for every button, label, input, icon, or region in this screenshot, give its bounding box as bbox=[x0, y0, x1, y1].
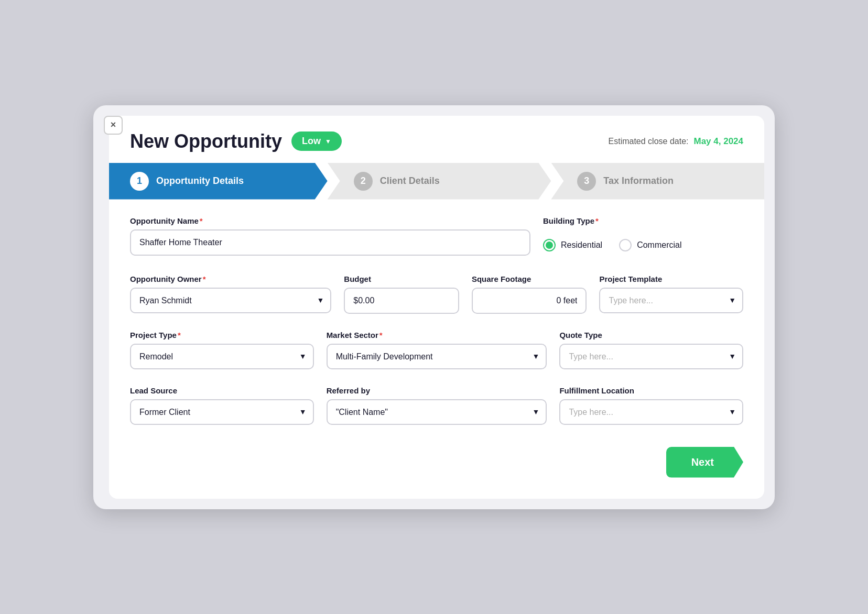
step-1[interactable]: 1 Opportunity Details bbox=[109, 163, 328, 200]
budget-input[interactable] bbox=[344, 288, 459, 314]
next-button[interactable]: Next bbox=[666, 447, 743, 478]
project-type-wrapper: Remodel ▼ bbox=[130, 344, 314, 369]
close-icon: × bbox=[111, 119, 116, 130]
step-3-number: 3 bbox=[577, 172, 596, 191]
step-2[interactable]: 2 Client Details bbox=[328, 163, 551, 200]
market-sector-group: Market Sector* Multi-Family Development … bbox=[327, 331, 547, 369]
opportunity-owner-wrapper: Ryan Schmidt ▼ bbox=[130, 288, 331, 313]
project-type-select[interactable]: Remodel bbox=[130, 344, 314, 369]
referred-by-wrapper: "Client Name" ▼ bbox=[327, 399, 547, 425]
step-2-label: Client Details bbox=[380, 176, 440, 187]
market-sector-select[interactable]: Multi-Family Development bbox=[327, 344, 547, 369]
budget-label: Budget bbox=[344, 275, 459, 283]
residential-radio-inner bbox=[546, 242, 553, 249]
project-template-group: Project Template Type here... ▼ bbox=[599, 275, 743, 314]
commercial-label: Commercial bbox=[637, 240, 681, 250]
step-3[interactable]: 3 Tax Information bbox=[551, 163, 764, 200]
opportunity-name-group: Opportunity Name* bbox=[130, 216, 530, 258]
form-row-4: Lead Source Former Client ▼ Referred by … bbox=[130, 386, 743, 425]
header-right: Estimated close date: May 4, 2024 bbox=[609, 136, 743, 147]
fulfillment-location-group: Fulfillment Location Type here... ▼ bbox=[559, 386, 743, 425]
opportunity-name-input[interactable] bbox=[130, 229, 530, 256]
form-area: Opportunity Name* Building Type* Residen… bbox=[109, 200, 764, 499]
modal-wrapper: × New Opportunity Low ▼ Estimated close … bbox=[93, 105, 775, 509]
lead-source-label: Lead Source bbox=[130, 386, 314, 395]
square-footage-group: Square Footage bbox=[472, 275, 587, 314]
square-footage-input[interactable] bbox=[472, 288, 587, 314]
form-row-1: Opportunity Name* Building Type* Residen… bbox=[130, 216, 743, 258]
modal-header: New Opportunity Low ▼ Estimated close da… bbox=[109, 116, 764, 163]
fulfillment-location-label: Fulfillment Location bbox=[559, 386, 743, 395]
step-3-label: Tax Information bbox=[603, 176, 674, 187]
opportunity-owner-label: Opportunity Owner* bbox=[130, 275, 331, 283]
square-footage-label: Square Footage bbox=[472, 275, 587, 283]
fulfillment-location-select[interactable]: Type here... bbox=[559, 399, 743, 425]
project-template-label: Project Template bbox=[599, 275, 743, 283]
fulfillment-location-wrapper: Type here... ▼ bbox=[559, 399, 743, 425]
next-label: Next bbox=[691, 456, 714, 468]
header-left: New Opportunity Low ▼ bbox=[130, 130, 342, 152]
priority-badge[interactable]: Low ▼ bbox=[291, 131, 342, 151]
lead-source-wrapper: Former Client ▼ bbox=[130, 399, 314, 425]
lead-source-group: Lead Source Former Client ▼ bbox=[130, 386, 314, 425]
form-row-3: Project Type* Remodel ▼ Market Sector* bbox=[130, 331, 743, 369]
commercial-option[interactable]: Commercial bbox=[619, 239, 681, 251]
lead-source-select[interactable]: Former Client bbox=[130, 399, 314, 425]
estimated-close-date: May 4, 2024 bbox=[693, 136, 743, 147]
market-sector-wrapper: Multi-Family Development ▼ bbox=[327, 344, 547, 369]
residential-label: Residential bbox=[561, 240, 602, 250]
modal-content: New Opportunity Low ▼ Estimated close da… bbox=[109, 116, 764, 499]
step-1-label: Opportunity Details bbox=[156, 176, 244, 187]
project-type-label: Project Type* bbox=[130, 331, 314, 339]
referred-by-label: Referred by bbox=[327, 386, 547, 395]
commercial-radio[interactable] bbox=[619, 239, 632, 251]
opportunity-owner-group: Opportunity Owner* Ryan Schmidt ▼ bbox=[130, 275, 331, 314]
referred-by-group: Referred by "Client Name" ▼ bbox=[327, 386, 547, 425]
building-type-group: Building Type* Residential Commercial bbox=[543, 216, 743, 258]
quote-type-label: Quote Type bbox=[559, 331, 743, 339]
step-1-number: 1 bbox=[130, 172, 149, 191]
quote-type-select[interactable]: Type here... bbox=[559, 344, 743, 369]
project-template-select[interactable]: Type here... bbox=[599, 288, 743, 313]
close-button[interactable]: × bbox=[104, 116, 123, 135]
form-row-2: Opportunity Owner* Ryan Schmidt ▼ Budget… bbox=[130, 275, 743, 314]
building-type-options: Residential Commercial bbox=[543, 229, 743, 258]
residential-option[interactable]: Residential bbox=[543, 239, 602, 251]
project-type-group: Project Type* Remodel ▼ bbox=[130, 331, 314, 369]
priority-label: Low bbox=[302, 136, 321, 147]
estimated-close-label: Estimated close date: bbox=[609, 137, 689, 146]
referred-by-select[interactable]: "Client Name" bbox=[327, 399, 547, 425]
steps-bar: 1 Opportunity Details 2 Client Details 3… bbox=[109, 163, 764, 200]
project-template-wrapper: Type here... ▼ bbox=[599, 288, 743, 313]
residential-radio[interactable] bbox=[543, 239, 556, 251]
footer-row: Next bbox=[130, 442, 743, 478]
market-sector-label: Market Sector* bbox=[327, 331, 547, 339]
quote-type-group: Quote Type Type here... ▼ bbox=[559, 331, 743, 369]
opportunity-name-label: Opportunity Name* bbox=[130, 216, 530, 225]
budget-group: Budget bbox=[344, 275, 459, 314]
step-2-number: 2 bbox=[354, 172, 373, 191]
quote-type-wrapper: Type here... ▼ bbox=[559, 344, 743, 369]
opportunity-owner-select[interactable]: Ryan Schmidt bbox=[130, 288, 331, 313]
priority-dropdown-icon: ▼ bbox=[325, 138, 331, 145]
building-type-label: Building Type* bbox=[543, 216, 743, 225]
modal-title: New Opportunity bbox=[130, 130, 282, 152]
